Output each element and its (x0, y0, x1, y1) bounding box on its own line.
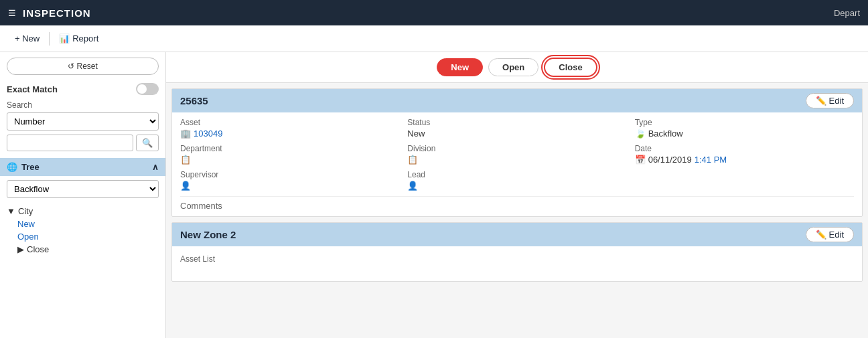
exact-match-label: Exact Match (7, 84, 58, 94)
division-field: Division 📋 (407, 144, 626, 165)
search-input[interactable] (7, 135, 133, 151)
reset-section: ↺ Reset (7, 58, 159, 75)
exact-match-row: Exact Match (0, 80, 165, 98)
asset-list-field: Asset List (180, 252, 401, 276)
calendar-icon: 📅 (635, 155, 646, 165)
type-field: Type 🍃 Backflow (635, 118, 854, 139)
edit-icon-zone2: ✏️ (816, 230, 826, 240)
tree-child-close[interactable]: ▶ Close (17, 243, 159, 256)
type-value: 🍃 Backflow (635, 129, 854, 139)
card-body-zone2: Asset List (172, 246, 862, 281)
status-value: New (407, 129, 626, 139)
tree-nodes: ▼ City New Open ▶ Close (0, 202, 165, 258)
date-field: Date 📅 06/11/2019 1:41 PM (635, 144, 854, 165)
main-content: New Open Close 25635 ✏️ Edit Asset (166, 52, 868, 338)
new-button[interactable]: + New (8, 31, 46, 46)
asset-value: 🏢 103049 (180, 129, 399, 139)
comments-label: Comments (180, 201, 222, 211)
tree-type-select[interactable]: Backflow (7, 180, 159, 198)
tree-label: Tree (21, 162, 40, 172)
card-header-zone2: New Zone 2 ✏️ Edit (172, 223, 862, 246)
tree-node-city[interactable]: ▼ City (7, 205, 159, 218)
department-label: Department (180, 144, 399, 153)
department-value: 📋 (180, 155, 399, 165)
status-label: Status (407, 118, 626, 127)
card-grid-25635: Asset 🏢 103049 Status New Type (180, 118, 854, 191)
div-icon: 📋 (407, 155, 418, 165)
tree-children: New Open ▶ Close (7, 218, 159, 256)
card-edit-button-zone2[interactable]: ✏️ Edit (806, 227, 854, 242)
report-button[interactable]: 📊 Report (52, 31, 105, 46)
sidebar: ↺ Reset Exact Match Search Number 🔍 🌐 Tr… (0, 52, 166, 338)
topbar: ☰ INSPECTION Depart (0, 0, 868, 25)
reset-button[interactable]: ↺ Reset (7, 58, 159, 75)
asset-label: Asset (180, 118, 399, 127)
tree-select-wrap: Backflow (0, 176, 165, 202)
lead-value: 👤 (407, 181, 626, 191)
asset-icon: 🏢 (180, 129, 191, 139)
status-field: Status New (407, 118, 626, 139)
date-value: 📅 06/11/2019 1:41 PM (635, 155, 854, 165)
close-arrow-icon: ▶ (17, 244, 24, 254)
supervisor-icon: 👤 (180, 181, 191, 191)
report-icon: 📊 (59, 33, 70, 44)
card-new-zone-2: New Zone 2 ✏️ Edit Asset List (171, 222, 863, 282)
card-title-25635: 25635 (180, 95, 208, 106)
tree-org-icon: 🌐 (7, 162, 17, 172)
tree-collapse-icon[interactable]: ∧ (152, 162, 159, 172)
division-label: Division (407, 144, 626, 153)
card-header-25635: 25635 ✏️ Edit (172, 89, 862, 112)
card-edit-button-25635[interactable]: ✏️ Edit (806, 93, 854, 108)
card-title-zone2: New Zone 2 (180, 229, 236, 240)
lead-field: Lead 👤 (407, 170, 626, 191)
actionbar: + New 📊 Report (0, 25, 868, 52)
app-title: INSPECTION (23, 7, 91, 19)
type-icon: 🍃 (635, 129, 646, 139)
search-label: Search (0, 98, 165, 111)
tree-child-open[interactable]: Open (17, 230, 159, 243)
date-label: Date (635, 144, 854, 153)
lead-label: Lead (407, 170, 626, 179)
status-close-button[interactable]: Close (544, 58, 597, 77)
dept-icon: 📋 (180, 155, 191, 165)
separator (49, 32, 50, 46)
search-type-select[interactable]: Number (7, 112, 159, 131)
department-field: Department 📋 (180, 144, 399, 165)
exact-match-toggle[interactable] (136, 83, 159, 95)
tree-header: 🌐 Tree ∧ (0, 158, 165, 176)
city-arrow-icon: ▼ (7, 206, 15, 216)
type-label: Type (635, 118, 854, 127)
asset-number[interactable]: 103049 (194, 129, 222, 139)
supervisor-value: 👤 (180, 181, 399, 191)
status-bar: New Open Close (166, 52, 868, 83)
card-25635: 25635 ✏️ Edit Asset 🏢 103049 (171, 88, 863, 217)
asset-list-label: Asset List (180, 254, 401, 274)
edit-icon: ✏️ (816, 96, 826, 106)
main-layout: ↺ Reset Exact Match Search Number 🔍 🌐 Tr… (0, 52, 868, 338)
search-select-wrap: Number (0, 111, 165, 132)
search-input-wrap: 🔍 (0, 132, 165, 154)
status-new-button[interactable]: New (437, 58, 483, 76)
asset-list-grid: Asset List (180, 252, 854, 276)
asset-field: Asset 🏢 103049 (180, 118, 399, 139)
city-label: City (18, 206, 33, 216)
supervisor-label: Supervisor (180, 170, 399, 179)
division-value: 📋 (407, 155, 626, 165)
menu-icon[interactable]: ☰ (8, 8, 16, 18)
date-time: 1:41 PM (695, 155, 727, 165)
status-open-button[interactable]: Open (488, 58, 538, 76)
topbar-right-text: Depart (834, 8, 860, 18)
supervisor-field: Supervisor 👤 (180, 170, 399, 191)
card-body-25635: Asset 🏢 103049 Status New Type (172, 112, 862, 216)
comments-field: Comments (180, 196, 854, 211)
tree-child-new[interactable]: New (17, 218, 159, 230)
close-label: Close (27, 244, 49, 254)
tree-header-left: 🌐 Tree (7, 162, 40, 172)
search-submit-button[interactable]: 🔍 (136, 135, 159, 151)
lead-icon: 👤 (407, 181, 418, 191)
